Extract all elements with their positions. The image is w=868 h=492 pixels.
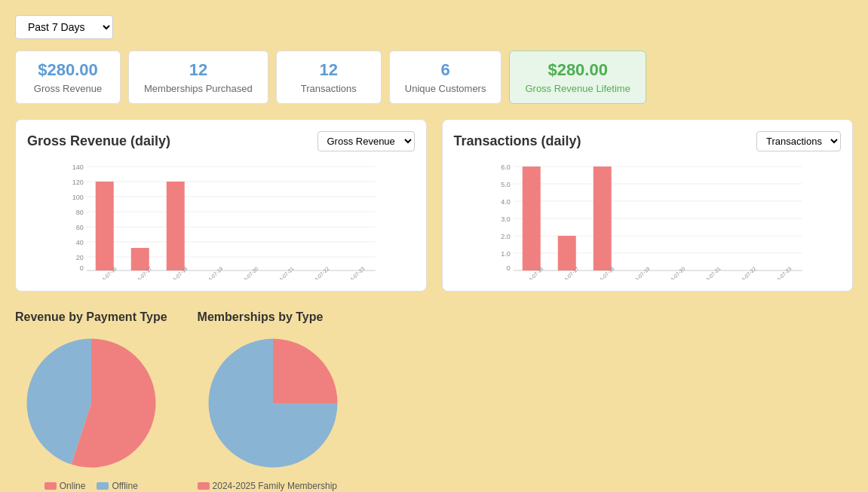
tx-bar-2: [593, 167, 611, 270]
gross-revenue-value: $280.00: [31, 60, 105, 80]
gross-revenue-bar-chart: 140 120 100 80 60 40 20 0: [27, 159, 415, 280]
online-legend-color: [44, 482, 57, 490]
revenue-pie-title: Revenue by Payment Type: [15, 310, 167, 324]
svg-text:6.0: 6.0: [501, 163, 511, 171]
bar-1: [131, 248, 149, 270]
svg-text:2024-07-21: 2024-07-21: [698, 266, 721, 280]
tx-bar-0: [522, 167, 540, 270]
bar-2: [167, 182, 185, 270]
svg-text:40: 40: [76, 239, 84, 246]
svg-text:2.0: 2.0: [501, 233, 511, 240]
svg-text:2024-07-22: 2024-07-22: [307, 266, 330, 280]
tx-bar-1: [557, 236, 575, 270]
revenue-pie-svg: [20, 332, 163, 475]
transactions-value: 12: [292, 60, 366, 80]
svg-text:120: 120: [72, 179, 84, 186]
bottom-charts: Revenue by Payment Type Online Offline: [15, 310, 853, 492]
family-legend-label: 2024-2025 Family Membership: [213, 481, 337, 491]
revenue-offline-legend: Offline: [97, 481, 137, 491]
gross-revenue-chart-card: Gross Revenue (daily) Gross Revenue Net …: [15, 119, 427, 292]
stat-unique-customers: 6 Unique Customers: [389, 50, 502, 104]
stat-transactions: 12 Transactions: [276, 50, 382, 104]
svg-text:2024-07-21: 2024-07-21: [271, 266, 294, 280]
gross-revenue-lifetime-label: Gross Revenue Lifetime: [525, 83, 630, 94]
stat-gross-revenue-lifetime: $280.00 Gross Revenue Lifetime: [509, 50, 646, 104]
bar-0: [96, 182, 114, 270]
gross-revenue-svg: 140 120 100 80 60 40 20 0: [27, 159, 415, 280]
svg-text:4.0: 4.0: [501, 198, 511, 206]
svg-text:80: 80: [76, 209, 84, 216]
gross-revenue-label: Gross Revenue: [31, 83, 105, 94]
memberships-purchased-value: 12: [144, 60, 253, 80]
transactions-chart-card: Transactions (daily) Transactions Revenu…: [442, 119, 854, 292]
memberships-pie-title: Memberships by Type: [198, 310, 324, 324]
transactions-chart-title: Transactions (daily): [454, 133, 581, 149]
memberships-pie-legend: 2024-2025 Family Membership 2024-2025 In…: [198, 481, 349, 492]
svg-text:5.0: 5.0: [501, 181, 511, 188]
svg-text:100: 100: [72, 194, 84, 201]
revenue-pie-legend: Online Offline: [44, 481, 138, 491]
offline-legend-color: [97, 482, 109, 490]
top-bar: Past 7 Days Today Past 30 Days Past 90 D…: [15, 15, 853, 39]
svg-text:2024-07-19: 2024-07-19: [627, 266, 650, 280]
svg-text:0: 0: [80, 264, 84, 272]
svg-text:2024-07-20: 2024-07-20: [663, 266, 686, 280]
svg-text:3.0: 3.0: [501, 215, 511, 223]
svg-text:2024-07-20: 2024-07-20: [236, 266, 259, 280]
revenue-pie-section: Revenue by Payment Type Online Offline: [15, 310, 167, 492]
offline-legend-label: Offline: [112, 481, 137, 491]
transactions-label: Transactions: [292, 83, 366, 94]
transactions-bar-chart: 6.0 5.0 4.0 3.0 2.0 1.0 0: [454, 159, 842, 280]
stat-gross-revenue: $280.00 Gross Revenue: [15, 50, 121, 104]
svg-text:2024-07-23: 2024-07-23: [342, 266, 365, 280]
svg-text:2024-07-19: 2024-07-19: [201, 266, 223, 280]
unique-customers-label: Unique Customers: [405, 83, 486, 94]
transactions-svg: 6.0 5.0 4.0 3.0 2.0 1.0 0: [454, 159, 842, 280]
memberships-purchased-label: Memberships Purchased: [144, 83, 253, 94]
memberships-pie-svg: [201, 332, 345, 475]
svg-text:2024-07-23: 2024-07-23: [769, 266, 792, 280]
svg-text:2024-07-22: 2024-07-22: [734, 266, 756, 280]
gross-revenue-lifetime-value: $280.00: [525, 60, 630, 80]
memberships-family-segment: [273, 339, 338, 404]
stats-row: $280.00 Gross Revenue 12 Memberships Pur…: [15, 50, 853, 104]
gross-revenue-chart-select[interactable]: Gross Revenue Net Revenue: [317, 131, 415, 151]
stat-memberships-purchased: 12 Memberships Purchased: [128, 50, 268, 104]
transactions-chart-select[interactable]: Transactions Revenue: [756, 131, 841, 151]
date-range-select[interactable]: Past 7 Days Today Past 30 Days Past 90 D…: [15, 15, 113, 39]
svg-text:20: 20: [76, 254, 84, 261]
revenue-online-legend: Online: [44, 481, 86, 491]
svg-text:1.0: 1.0: [501, 250, 511, 258]
svg-text:0: 0: [506, 264, 510, 272]
online-legend-label: Online: [60, 481, 86, 491]
gross-revenue-chart-title: Gross Revenue (daily): [27, 133, 170, 149]
charts-row: Gross Revenue (daily) Gross Revenue Net …: [15, 119, 853, 292]
family-legend-color: [198, 482, 210, 490]
svg-text:140: 140: [72, 163, 84, 171]
gross-revenue-chart-header: Gross Revenue (daily) Gross Revenue Net …: [27, 131, 415, 151]
unique-customers-value: 6: [405, 60, 486, 80]
svg-text:60: 60: [76, 224, 84, 231]
memberships-pie-section: Memberships by Type 2024-2025 Family Mem…: [198, 310, 349, 492]
transactions-chart-header: Transactions (daily) Transactions Revenu…: [454, 131, 842, 151]
family-membership-legend: 2024-2025 Family Membership: [198, 481, 349, 491]
